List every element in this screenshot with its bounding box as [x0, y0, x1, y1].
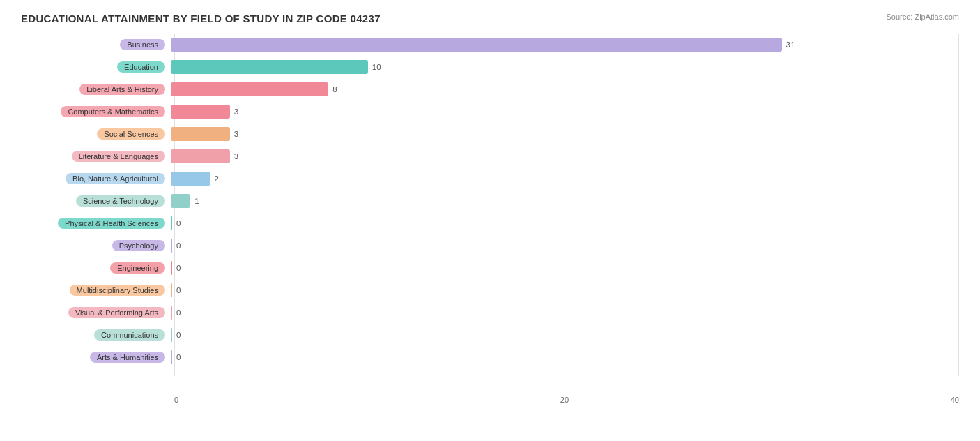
bar-value: 1	[194, 197, 199, 205]
bar-row: Physical & Health Sciences0	[21, 213, 959, 234]
bar-label: Multidisciplinary Studies	[21, 285, 171, 296]
bar-label-pill: Literature & Languages	[72, 151, 165, 162]
bar-label-pill: Engineering	[110, 262, 165, 274]
bar-label: Psychology	[21, 240, 171, 251]
bar-value: 0	[176, 241, 181, 250]
bar-row: Science & Technology1	[21, 190, 959, 211]
bar-label: Arts & Humanities	[21, 352, 171, 363]
bar-fill	[171, 239, 172, 253]
chart-source: Source: ZipAtlas.com	[886, 13, 959, 21]
bar-row: Multidisciplinary Studies0	[21, 280, 959, 301]
x-axis: 02040	[174, 383, 959, 404]
bar-label-pill: Bio, Nature & Agricultural	[66, 173, 165, 184]
bar-track: 1	[171, 194, 959, 208]
bar-track: 2	[171, 172, 959, 186]
bar-label-pill: Social Sciences	[97, 128, 165, 140]
bar-label-pill: Business	[120, 39, 165, 50]
bar-label: Communications	[21, 329, 171, 341]
bar-track: 10	[171, 60, 959, 74]
bar-label-pill: Science & Technology	[76, 195, 165, 207]
bar-fill	[171, 60, 368, 74]
bar-value: 10	[372, 63, 381, 71]
bar-value: 3	[234, 130, 238, 138]
bar-label-pill: Psychology	[112, 240, 165, 251]
bar-row: Business31	[21, 34, 959, 55]
bar-value: 2	[215, 174, 219, 183]
bar-label: Engineering	[21, 262, 171, 274]
bar-value: 0	[176, 264, 181, 272]
bar-track: 0	[171, 306, 959, 320]
bar-row: Psychology0	[21, 235, 959, 256]
bar-label: Science & Technology	[21, 195, 171, 207]
bar-value: 8	[332, 85, 337, 94]
bar-row: Engineering0	[21, 257, 959, 278]
bar-label: Liberal Arts & History	[21, 84, 171, 95]
bar-value: 0	[176, 308, 181, 317]
bar-label: Physical & Health Sciences	[21, 218, 171, 229]
x-tick: 20	[560, 396, 569, 404]
bar-row: Liberal Arts & History8	[21, 79, 959, 100]
bar-track: 8	[171, 82, 959, 96]
bar-label-pill: Communications	[94, 329, 165, 341]
bar-fill	[171, 172, 210, 186]
bar-label-pill: Education	[117, 61, 165, 73]
bars-area: Business31Education10Liberal Arts & Hist…	[21, 34, 959, 376]
bar-row: Visual & Performing Arts0	[21, 302, 959, 323]
x-tick: 40	[951, 396, 959, 404]
bar-track: 31	[171, 38, 959, 52]
bar-label-pill: Liberal Arts & History	[79, 84, 165, 95]
bar-value: 3	[234, 107, 238, 116]
bar-label: Computers & Mathematics	[21, 106, 171, 117]
bar-label-pill: Visual & Performing Arts	[68, 307, 165, 318]
bar-row: Education10	[21, 57, 959, 77]
bar-fill	[171, 328, 172, 342]
bar-track: 3	[171, 127, 959, 141]
bar-label: Bio, Nature & Agricultural	[21, 173, 171, 184]
bar-label-pill: Physical & Health Sciences	[58, 218, 165, 229]
bar-value: 0	[176, 286, 181, 294]
bar-value: 0	[176, 219, 181, 227]
bar-label: Visual & Performing Arts	[21, 307, 171, 318]
chart-header: EDUCATIONAL ATTAINMENT BY FIELD OF STUDY…	[21, 13, 959, 24]
bar-label-pill: Computers & Mathematics	[61, 106, 165, 117]
bar-fill	[171, 306, 172, 320]
bar-track: 0	[171, 283, 959, 297]
bar-fill	[171, 127, 230, 141]
bar-fill	[171, 350, 172, 364]
bar-fill	[171, 261, 172, 275]
bar-row: Social Sciences3	[21, 124, 959, 144]
bar-fill	[171, 194, 190, 208]
bar-value: 3	[234, 152, 238, 160]
bar-fill	[171, 283, 172, 297]
bar-track: 0	[171, 239, 959, 253]
bar-label-pill: Arts & Humanities	[90, 352, 165, 363]
bar-track: 0	[171, 350, 959, 364]
bar-row: Arts & Humanities0	[21, 347, 959, 368]
bar-row: Computers & Mathematics3	[21, 101, 959, 122]
bar-label: Social Sciences	[21, 128, 171, 140]
bar-fill	[171, 38, 782, 52]
bar-track: 3	[171, 149, 959, 163]
chart-body: Business31Education10Liberal Arts & Hist…	[21, 34, 959, 404]
bar-label: Business	[21, 39, 171, 50]
bar-row: Literature & Languages3	[21, 146, 959, 167]
bar-label: Education	[21, 61, 171, 73]
chart-title: EDUCATIONAL ATTAINMENT BY FIELD OF STUDY…	[21, 13, 381, 24]
bar-fill	[171, 82, 328, 96]
bar-fill	[171, 216, 172, 230]
chart-container: EDUCATIONAL ATTAINMENT BY FIELD OF STUDY…	[0, 0, 980, 441]
bar-value: 31	[786, 40, 795, 49]
bar-track: 0	[171, 328, 959, 342]
bar-row: Bio, Nature & Agricultural2	[21, 168, 959, 189]
bar-track: 3	[171, 105, 959, 119]
bar-label: Literature & Languages	[21, 151, 171, 162]
bar-fill	[171, 149, 230, 163]
bar-value: 0	[176, 331, 181, 339]
bar-fill	[171, 105, 230, 119]
x-tick: 0	[174, 396, 178, 404]
bar-value: 0	[176, 353, 181, 361]
bar-row: Communications0	[21, 324, 959, 345]
bar-label-pill: Multidisciplinary Studies	[70, 285, 165, 296]
bar-track: 0	[171, 261, 959, 275]
bar-track: 0	[171, 216, 959, 230]
